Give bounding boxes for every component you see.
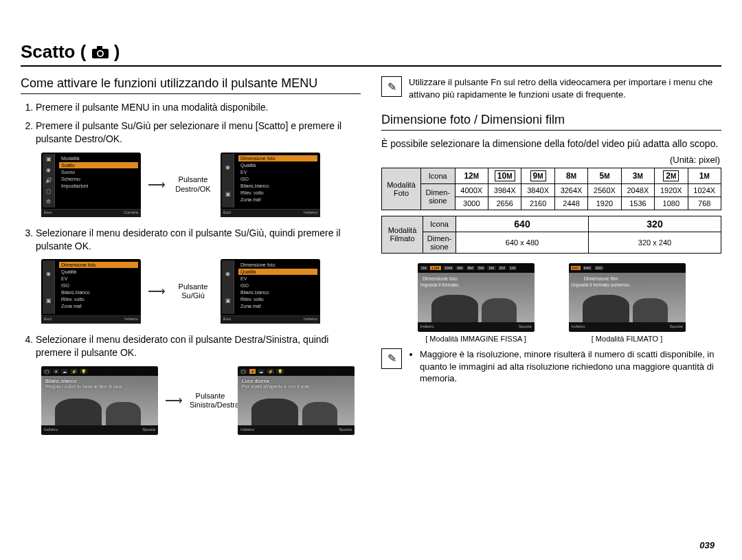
table-cell: 1080 — [655, 197, 688, 210]
table-cell: 4000X — [455, 183, 488, 197]
camera-menu-a: ▣◉🔊▢⚙ Modalità Scatto Suono Schermo Impo… — [41, 153, 141, 217]
photo-icon-cell: 10M — [488, 168, 521, 183]
title-suffix: ) — [114, 41, 120, 62]
table-cell: 3984X — [488, 183, 521, 197]
camera-menu-c: ◉▣ Dimensione foto Qualità EV ISO Bilanc… — [221, 259, 320, 324]
table-cell: 2656 — [488, 197, 521, 210]
arrow-right-icon: ⟶ — [148, 284, 166, 299]
photo-icon-label: Icona — [420, 168, 455, 183]
photo-size-table: Modalità Foto Icona 12M 10M 9M 8M 5M 3M … — [381, 168, 721, 210]
film-dim-320: 320 x 240 — [589, 232, 721, 253]
steps-list-4: Selezionare il menu desiderato con il pu… — [21, 333, 361, 359]
step-3: Selezionare il menu desiderato con il pu… — [36, 227, 361, 253]
step-4: Selezionare il menu desiderato con il pu… — [36, 333, 361, 359]
fn-note-text: Utilizzare il pulsante Fn sul retro dell… — [409, 76, 721, 100]
photo-dim-label: Dimen-sione — [420, 183, 455, 210]
photo-icon-cell: 1M — [688, 168, 721, 183]
table-cell: 3264X — [554, 183, 587, 197]
note-icon: ✎ — [381, 76, 402, 97]
note-icon: ✎ — [381, 348, 402, 369]
svg-rect-1 — [97, 46, 102, 49]
table-cell: 2160 — [521, 197, 554, 210]
photo-icon-cell: 12M — [455, 168, 488, 183]
fn-note: ✎ Utilizzare il pulsante Fn sul retro de… — [381, 76, 721, 100]
camera-preview-b: ◯☀☁⚡💡 Luce diurna Per scatti all'aperto … — [238, 366, 355, 435]
page-number: 039 — [699, 540, 715, 550]
menu-a-list: Modalità Scatto Suono Schermo Impostazio… — [59, 155, 138, 189]
screenshot-row-1: ▣◉🔊▢⚙ Modalità Scatto Suono Schermo Impo… — [41, 153, 361, 217]
steps-list-3: Selezionare il menu desiderato con il pu… — [21, 227, 361, 253]
photo-icon-cell: 3M — [621, 168, 654, 183]
table-cell: 1536 — [621, 197, 654, 210]
photo-icon-cell: 8M — [554, 168, 587, 183]
caption-right-ok: Pulsante Destro/OK — [172, 175, 214, 193]
step-1: Premere il pulsante MENU in una modalità… — [36, 101, 361, 114]
camera-preview-a: ◯☀☁⚡💡 Bilanc.bianco Regola i colori in b… — [41, 366, 158, 435]
page-title: Scatto ( ) — [21, 41, 721, 67]
photo-icon-cell: 2M — [655, 168, 688, 183]
title-prefix: Scatto ( — [21, 41, 86, 62]
sample-screen-film: 640 640 320 Dimensione film Imposta il f… — [569, 263, 686, 332]
camera-menu-b: ◉▣ Dimensione foto Qualità EV ISO Bilanc… — [221, 153, 320, 217]
film-icon-320: 320 — [589, 216, 721, 232]
table-cell: 2560X — [588, 183, 621, 197]
caption-left-right: Pulsante Sinistra/Destra — [190, 392, 231, 410]
table-cell: 1920X — [655, 183, 688, 197]
sample-caption-film: [ Modalità FILMATO ] — [569, 335, 686, 343]
camera-menu-b2: ◉▣ Dimensione foto Qualità EV ISO Bilanc… — [41, 259, 141, 324]
film-dim-640: 640 x 480 — [456, 232, 589, 253]
size-intro: È possibile selezionare la dimensione de… — [381, 137, 721, 150]
table-cell: 768 — [688, 197, 721, 210]
sample-caption-photo: [ Modalità IMMAGINE FISSA ] — [418, 335, 535, 343]
film-icon-label: Icona — [423, 216, 456, 232]
photo-icon-cell: 9M — [521, 168, 554, 183]
table-cell: 3840X — [521, 183, 554, 197]
arrow-right-icon: ⟶ — [148, 177, 166, 192]
arrow-right-icon: ⟶ — [165, 393, 183, 408]
sample-screen-photo: 1M 12M 10M 9M 8M 5M 3M 2M 1M Dimensione … — [418, 263, 535, 332]
left-column: Come attivare le funzioni utilizzando il… — [21, 76, 361, 445]
resolution-note-text: Maggiore è la risoluzione, minore risult… — [420, 348, 721, 385]
table-cell: 2048X — [621, 183, 654, 197]
table-cell: 2448 — [554, 197, 587, 210]
film-size-table: Modalità Filmato Icona 640 320 Dimen-sio… — [381, 216, 721, 254]
sample-screens-row: 1M 12M 10M 9M 8M 5M 3M 2M 1M Dimensione … — [381, 263, 721, 343]
unit-label: (Unità: pixel) — [381, 155, 720, 165]
screenshot-row-3: ◯☀☁⚡💡 Bilanc.bianco Regola i colori in b… — [41, 366, 361, 435]
table-cell: 1024X — [688, 183, 721, 197]
resolution-note: ✎ Maggiore è la risoluzione, minore risu… — [381, 348, 721, 385]
photo-icon-cell: 5M — [588, 168, 621, 183]
table-cell: 1920 — [588, 197, 621, 210]
steps-list: Premere il pulsante MENU in una modalità… — [21, 101, 361, 146]
film-icon-640: 640 — [456, 216, 589, 232]
photo-rowhead: Modalità Foto — [382, 168, 421, 210]
caption-up-down: Pulsante Su/Giù — [172, 282, 214, 300]
screenshot-row-2: ◉▣ Dimensione foto Qualità EV ISO Bilanc… — [41, 259, 361, 324]
svg-point-3 — [98, 52, 102, 56]
film-dim-label: Dimen-sione — [423, 232, 456, 253]
section-heading-menu: Come attivare le funzioni utilizzando il… — [21, 76, 361, 94]
step-2: Premere il pulsante Su/Giù per seleziona… — [36, 120, 361, 146]
table-cell: 3000 — [455, 197, 488, 210]
camera-icon — [91, 45, 109, 59]
right-column: ✎ Utilizzare il pulsante Fn sul retro de… — [381, 76, 721, 445]
film-rowhead: Modalità Filmato — [382, 216, 423, 253]
section-heading-size: Dimensione foto / Dimensioni film — [381, 113, 721, 131]
